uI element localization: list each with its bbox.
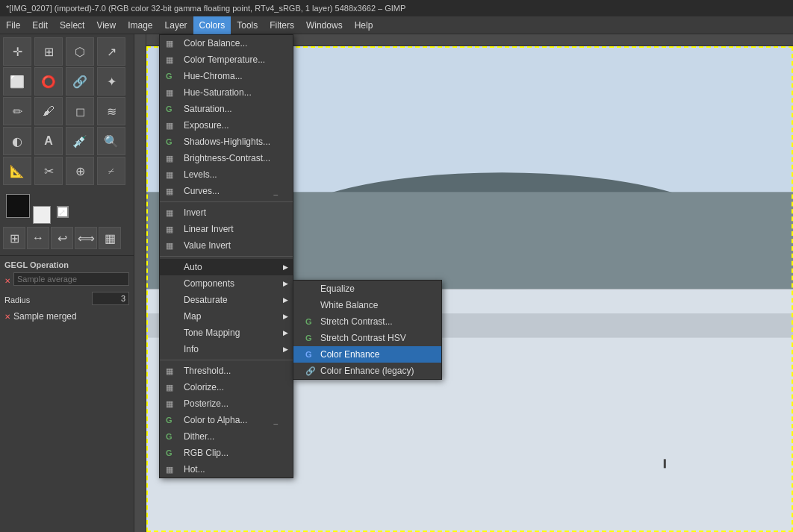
measure-tool[interactable]: 📐: [3, 157, 31, 185]
menu-hue-chroma[interactable]: G Hue-Chroma...: [160, 68, 293, 84]
separator-2: [160, 256, 293, 257]
ellipse-select[interactable]: ⭕: [34, 67, 63, 96]
rect-select[interactable]: ⬜: [3, 67, 31, 96]
saturation-icon: G: [166, 104, 172, 113]
menu-brightness-contrast[interactable]: ▦ Brightness-Contrast...: [160, 150, 293, 166]
menu-map[interactable]: Map: [160, 308, 293, 325]
submenu-white-balance[interactable]: White Balance: [293, 297, 441, 313]
transform-tool[interactable]: ⬡: [66, 37, 94, 66]
menu-color-temperature[interactable]: ▦ Color Temperature...: [160, 51, 293, 68]
menu-file[interactable]: File: [0, 16, 26, 34]
view-zoom[interactable]: ↔: [27, 227, 49, 249]
menu-layer[interactable]: Layer: [159, 16, 193, 34]
menu-bar: FileEditSelectViewImageLayerColorsToolsF…: [0, 16, 793, 34]
menu-colors[interactable]: Colors: [193, 16, 231, 34]
menu-rgb-clip[interactable]: G RGB Clip...: [160, 445, 293, 461]
menu-threshold[interactable]: ▦ Threshold...: [160, 363, 293, 379]
erase-tool[interactable]: ◻: [66, 97, 94, 125]
menu-filters[interactable]: Filters: [264, 16, 300, 34]
menu-levels[interactable]: ▦ Levels...: [160, 166, 293, 183]
fuzzy-select[interactable]: ✦: [97, 67, 125, 96]
invert-icon: ▦: [166, 208, 173, 218]
submenu-color-enhance[interactable]: G Color Enhance: [293, 346, 441, 363]
radius-label: Radius: [4, 295, 30, 304]
menu-colorize[interactable]: ▦ Colorize...: [160, 379, 293, 395]
title-text: *[IMG_0207] (imported)-7.0 (RGB color 32…: [6, 4, 405, 13]
gegl-close[interactable]: ✕: [4, 277, 10, 285]
gegl-operation-input[interactable]: [13, 272, 129, 286]
menu-exposure[interactable]: ▦ Exposure...: [160, 117, 293, 134]
menu-tone-mapping[interactable]: Tone Mapping: [160, 325, 293, 341]
menu-linear-invert[interactable]: ▦ Linear Invert: [160, 221, 293, 237]
submenu-equalize[interactable]: Equalize: [293, 281, 441, 297]
submenu-stretch-contrast[interactable]: G Stretch Contrast...: [293, 313, 441, 330]
auto-submenu: Equalize White Balance G Stretch Contras…: [293, 280, 442, 380]
menu-hue-saturation[interactable]: ▦ Hue-Saturation...: [160, 84, 293, 101]
clone-tool[interactable]: ⌿: [97, 157, 125, 185]
hue-sat-icon: ▦: [166, 88, 173, 98]
curves-icon: ▦: [166, 187, 173, 196]
color-balance-icon: ▦: [166, 39, 173, 48]
free-select[interactable]: 🔗: [66, 67, 94, 96]
menu-tools[interactable]: Tools: [231, 16, 264, 34]
submenu-color-enhance-legacy[interactable]: 🔗 Color Enhance (legacy): [293, 363, 441, 379]
menu-saturation[interactable]: G Saturation...: [160, 101, 293, 117]
menu-hot[interactable]: ▦ Hot...: [160, 461, 293, 478]
svg-rect-5: [664, 459, 666, 468]
move-tool[interactable]: ✛: [3, 37, 31, 66]
menu-help[interactable]: Help: [349, 16, 379, 34]
menu-select[interactable]: Select: [54, 16, 90, 34]
hue-chroma-icon: G: [166, 72, 172, 81]
stretch-contrast-icon: G: [305, 317, 316, 326]
menu-color-to-alpha[interactable]: G Color to Alpha... _: [160, 412, 293, 428]
threshold-icon: ▦: [166, 366, 173, 376]
heal-tool[interactable]: ⊕: [66, 157, 94, 185]
linear-invert-icon: ▦: [166, 225, 173, 234]
menu-shadows-highlights[interactable]: G Shadows-Highlights...: [160, 134, 293, 150]
menu-value-invert[interactable]: ▦ Value Invert: [160, 237, 293, 254]
smudge-tool[interactable]: ≋: [97, 97, 125, 125]
view-fit[interactable]: ⊞: [3, 227, 25, 249]
menu-dither[interactable]: G Dither...: [160, 428, 293, 445]
menu-view[interactable]: View: [90, 16, 122, 34]
menu-posterize[interactable]: ▦ Posterize...: [160, 395, 293, 412]
sample-close[interactable]: ✕: [4, 313, 10, 321]
text-tool[interactable]: A: [34, 127, 63, 155]
foreground-color[interactable]: [6, 194, 30, 218]
channel-icon[interactable]: ▦: [99, 227, 121, 249]
align-tool[interactable]: ⊞: [34, 37, 63, 66]
dither-icon: G: [166, 432, 172, 441]
pencil-tool[interactable]: ✏: [3, 97, 31, 125]
value-invert-icon: ▦: [166, 241, 173, 251]
brightness-icon: ▦: [166, 154, 173, 163]
menu-edit[interactable]: Edit: [26, 16, 54, 34]
view-options: ⊞ ↔ ↩ ⟺ ▦: [0, 224, 134, 252]
zoom-tool[interactable]: 🔍: [97, 127, 125, 155]
menu-desaturate[interactable]: Desaturate: [160, 292, 293, 308]
paint-tool[interactable]: 🖌: [34, 97, 63, 125]
submenu-stretch-contrast-hsv[interactable]: G Stretch Contrast HSV: [293, 330, 441, 346]
background-color[interactable]: [33, 206, 51, 224]
menu-image[interactable]: Image: [122, 16, 158, 34]
menu-invert[interactable]: ▦ Invert: [160, 204, 293, 221]
tool-icons: ✛ ⊞ ⬡ ↗ ⬜ ⭕ 🔗 ✦ ✏ 🖌 ◻ ≋ ◐ A 💉 🔍 📐 ✂ ⊕ ⌿: [0, 34, 134, 188]
menu-windows[interactable]: Windows: [300, 16, 349, 34]
menu-curves[interactable]: ▦ Curves... _: [160, 183, 293, 199]
view-rotate[interactable]: ↩: [51, 227, 73, 249]
dodge-tool[interactable]: ◐: [3, 127, 31, 155]
menu-info[interactable]: Info: [160, 341, 293, 357]
eyedropper-tool[interactable]: 💉: [66, 127, 94, 155]
select-tool[interactable]: ↗: [97, 37, 125, 66]
view-mirror[interactable]: ⟺: [75, 227, 97, 249]
radius-input[interactable]: [92, 292, 129, 305]
crop-tool[interactable]: ✂: [34, 157, 63, 185]
posterize-icon: ▦: [166, 399, 173, 409]
color-enhance-icon: G: [305, 350, 316, 359]
menu-components[interactable]: Components: [160, 275, 293, 292]
color-to-alpha-icon: G: [166, 416, 172, 425]
reset-colors[interactable]: ⤢: [57, 206, 69, 218]
menu-color-balance[interactable]: ▦ Color Balance...: [160, 35, 293, 51]
hot-icon: ▦: [166, 465, 173, 475]
color-temp-icon: ▦: [166, 55, 173, 65]
menu-auto[interactable]: Auto: [160, 259, 293, 275]
